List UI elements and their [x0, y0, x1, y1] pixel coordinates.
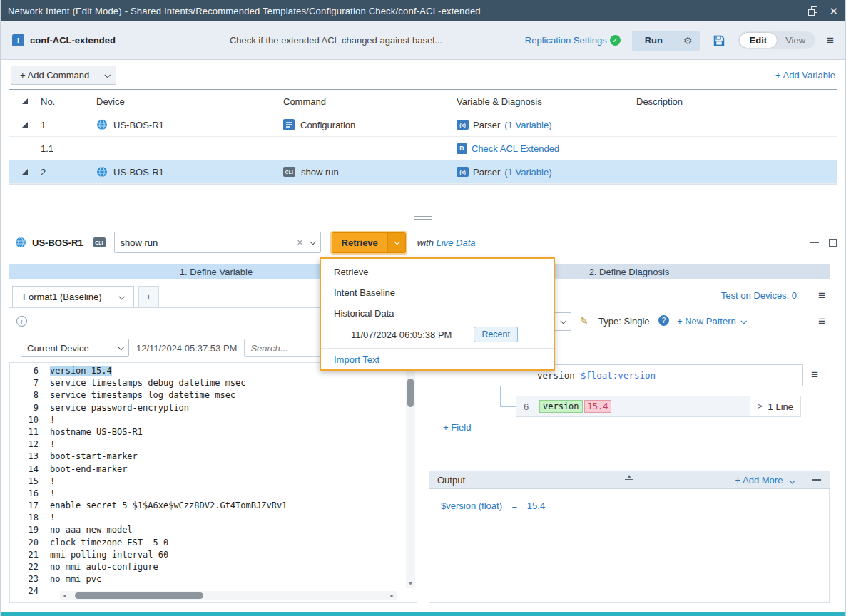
vertical-scrollbar[interactable]: ▲ ▼ — [406, 366, 415, 588]
new-pattern-link[interactable]: + New Pattern — [677, 316, 745, 327]
new-pattern-label: + New Pattern — [677, 316, 736, 327]
edit-mode-button[interactable]: Edit — [740, 33, 778, 48]
tab-chevron-down-icon[interactable] — [118, 294, 124, 299]
output-value: 15.4 — [527, 500, 545, 511]
row-expand-triangle-icon[interactable] — [22, 169, 28, 175]
edit-view-toggle: Edit View — [738, 31, 816, 49]
code-line: 23no mmi pvc — [10, 573, 404, 585]
test-on-devices-link[interactable]: Test on Devices: 0 — [721, 290, 797, 301]
menu-divider — [321, 348, 554, 349]
parser-label: Parser — [473, 120, 500, 130]
retrieve-chevron-down-icon[interactable] — [387, 233, 405, 252]
match-line-number: 6 — [524, 401, 539, 412]
header-command: Command — [283, 96, 457, 107]
query-device-name: US-BOS-R1 — [32, 237, 83, 248]
code-line: 17enable secret 5 $1$A6xe$wCzz8DV2.Gt4To… — [10, 500, 404, 512]
save-button[interactable] — [711, 33, 727, 48]
diagnosis-link[interactable]: Check ACL Extended — [472, 143, 559, 154]
code-line: 14boot-end-marker — [10, 463, 404, 476]
diagnosis-menu-icon[interactable]: ≡ — [818, 289, 825, 302]
command-value: show run — [121, 237, 297, 248]
run-settings-gear-icon[interactable]: ⚙ — [676, 31, 700, 51]
command-combobox[interactable]: show run × — [114, 232, 321, 253]
combobox-chevron-down-icon[interactable] — [310, 239, 315, 245]
pattern-match-row[interactable]: 6 version 15.4 > 1 Line — [516, 396, 801, 417]
menu-item-historical-data[interactable]: Historical Data — [321, 303, 554, 324]
add-command-chevron-down-icon[interactable] — [98, 66, 116, 84]
close-icon[interactable]: ✕ — [829, 6, 838, 16]
tab-format1-baseline[interactable]: Format1 (Baseline) — [12, 286, 134, 307]
expand-all-triangle-icon[interactable] — [22, 98, 28, 104]
parser-icon: (x) — [457, 120, 469, 130]
restore-icon[interactable] — [808, 6, 817, 16]
add-command-label[interactable]: + Add Command — [11, 66, 98, 84]
match-value: 15.4 — [584, 400, 612, 413]
header-no: No. — [41, 96, 96, 107]
pattern-menu-icon[interactable]: ≡ — [811, 369, 818, 381]
menu-item-retrieve[interactable]: Retrieve — [321, 262, 554, 282]
help-icon[interactable]: ? — [658, 315, 669, 326]
recent-button[interactable]: Recent — [474, 327, 518, 342]
view-mode-button[interactable]: View — [777, 33, 814, 48]
replication-settings-link[interactable]: Replication Settings — [525, 35, 607, 46]
parser-label: Parser — [473, 167, 500, 178]
run-button[interactable]: Run — [632, 31, 676, 51]
table-row-selected[interactable]: 2 US-BOS-R1 CLI show run (x) Parser (1 V… — [9, 160, 837, 184]
parser-variable-link[interactable]: (1 Variable) — [504, 167, 551, 178]
match-line-count[interactable]: > 1 Line — [750, 396, 800, 416]
scroll-left-icon[interactable]: ◄ — [60, 593, 69, 598]
table-row[interactable]: 1 US-BOS-R1 Configuration (x) Parser (1 … — [9, 113, 837, 137]
output-minimize-icon[interactable] — [812, 479, 821, 481]
scroll-right-icon[interactable]: ► — [387, 593, 397, 598]
intent-description[interactable]: Check if the extended ACL changed agains… — [230, 35, 442, 46]
scroll-down-icon[interactable]: ▼ — [408, 580, 413, 588]
code-line: 11hostname US-BOS-R1 — [10, 426, 404, 438]
pattern-prefix: version — [537, 370, 575, 381]
command-label: Configuration — [300, 120, 355, 130]
pencil-icon[interactable]: ✎ — [580, 315, 588, 327]
device-globe-icon — [96, 119, 108, 130]
menu-item-intent-baseline[interactable]: Intent Baseline — [321, 282, 554, 303]
new-pattern-chevron-down-icon — [740, 318, 746, 324]
add-field-link[interactable]: + Field — [443, 422, 471, 433]
info-icon[interactable]: i — [16, 316, 27, 327]
horizontal-scroll-thumb[interactable] — [75, 592, 203, 599]
check-icon: ✓ — [610, 35, 621, 46]
command-label: show run — [301, 167, 339, 178]
parser-variable-link[interactable]: (1 Variable) — [504, 120, 551, 130]
add-command-button[interactable]: + Add Command — [11, 66, 116, 85]
minimize-icon[interactable] — [810, 242, 819, 243]
config-editor[interactable]: 6version 15.47service timestamps debug d… — [9, 362, 417, 603]
horizontal-scrollbar[interactable]: ◄ ► — [60, 591, 397, 600]
live-data-link[interactable]: Live Data — [437, 237, 476, 248]
splitter-handle[interactable] — [1, 216, 845, 225]
clear-icon[interactable]: × — [297, 237, 302, 248]
row-no: 2 — [41, 167, 96, 178]
add-more-link[interactable]: + Add More — [735, 475, 794, 486]
command-actions-bar: + Add Command + Add Variable — [1, 60, 845, 89]
network-intent-window: Network Intent (Edit Mode) - Shared Inte… — [0, 0, 846, 616]
maximize-icon[interactable] — [829, 239, 837, 247]
menu-item-import-text[interactable]: Import Text — [321, 350, 554, 369]
output-expression: $version (float) — [441, 500, 502, 511]
pattern-list-menu-icon[interactable]: ≡ — [818, 315, 825, 327]
tree-connector — [500, 406, 516, 407]
data-timestamp: 12/11/2024 05:37:53 PM — [136, 343, 237, 354]
retrieve-button[interactable]: Retrieve — [332, 233, 387, 252]
code-lines: 6version 15.47service timestamps debug d… — [10, 365, 404, 602]
output-title: Output — [437, 475, 465, 486]
menu-item-history-time[interactable]: 11/07/2024 06:05:38 PM Recent — [321, 324, 554, 345]
device-name: US-BOS-R1 — [113, 167, 164, 178]
vertical-scroll-thumb[interactable] — [407, 379, 414, 407]
code-line: 7service timestamps debug datetime msec — [10, 377, 404, 389]
menu-icon[interactable]: ≡ — [827, 34, 834, 46]
add-tab-button[interactable]: + — [138, 286, 160, 307]
device-select[interactable]: Current Device — [21, 339, 129, 357]
collapse-icon[interactable]: ▲ — [625, 473, 633, 480]
code-line: 16! — [10, 488, 404, 500]
device-globe-icon — [15, 237, 26, 248]
select-chevron-down-icon — [118, 344, 123, 350]
row-expand-triangle-icon[interactable] — [22, 122, 28, 128]
table-row[interactable]: 1.1 D Check ACL Extended — [9, 137, 837, 160]
add-variable-link[interactable]: + Add Variable — [775, 70, 835, 81]
